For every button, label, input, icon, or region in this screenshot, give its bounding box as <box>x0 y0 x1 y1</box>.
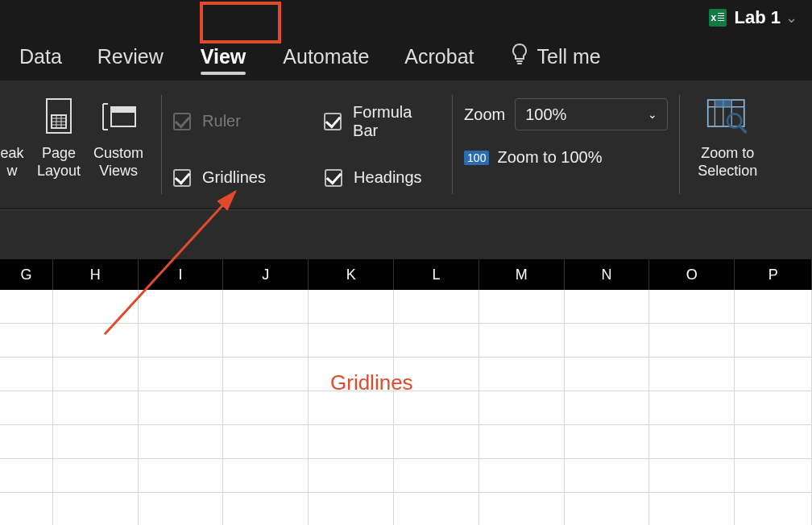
tab-tellme[interactable]: Tell me <box>492 35 619 81</box>
cell[interactable] <box>139 290 224 324</box>
cell[interactable] <box>735 391 812 425</box>
page-break-preview-button[interactable]: eak w <box>0 90 31 209</box>
cell[interactable] <box>649 425 735 459</box>
cell[interactable] <box>223 324 309 358</box>
spreadsheet-grid[interactable] <box>0 290 812 525</box>
cell[interactable] <box>0 324 53 358</box>
custom-views-button[interactable]: Custom Views <box>87 90 150 209</box>
cell[interactable] <box>735 358 812 391</box>
column-header-M[interactable]: M <box>479 259 565 290</box>
page-layout-button[interactable]: Page Layout <box>31 90 87 209</box>
column-header-J[interactable]: J <box>223 259 309 290</box>
column-header-K[interactable]: K <box>309 259 394 290</box>
column-header-H[interactable]: H <box>53 259 139 290</box>
cell[interactable] <box>479 324 565 358</box>
cell[interactable] <box>479 358 565 391</box>
doc-title[interactable]: Lab 1 <box>735 7 781 28</box>
headings-checkbox-row[interactable]: Headings <box>325 162 422 194</box>
cell[interactable] <box>309 459 394 493</box>
tab-acrobat[interactable]: Acrobat <box>387 37 491 80</box>
formula-bar-checkbox-row[interactable]: Formula Bar <box>324 105 441 138</box>
cell[interactable] <box>394 425 479 459</box>
cell[interactable] <box>565 425 650 459</box>
tab-review[interactable]: Review <box>80 37 181 80</box>
cell[interactable] <box>479 459 565 493</box>
cell[interactable] <box>53 290 139 324</box>
tab-automate[interactable]: Automate <box>265 37 387 80</box>
cell[interactable] <box>139 459 224 493</box>
cell[interactable] <box>53 425 139 459</box>
cell[interactable] <box>139 324 224 358</box>
gridlines-checkbox-row[interactable]: Gridlines <box>173 162 286 194</box>
cell[interactable] <box>223 425 309 459</box>
cell[interactable] <box>565 493 650 525</box>
cell[interactable] <box>139 493 224 525</box>
cell[interactable] <box>479 425 565 459</box>
cell[interactable] <box>565 324 650 358</box>
tab-view[interactable]: View <box>183 37 264 80</box>
cell[interactable] <box>394 493 479 525</box>
cell[interactable] <box>223 459 309 493</box>
cell[interactable] <box>53 358 139 391</box>
gridlines-checkbox[interactable] <box>173 169 191 187</box>
cell[interactable] <box>565 358 650 391</box>
cell[interactable] <box>565 459 650 493</box>
cell[interactable] <box>53 391 139 425</box>
cell[interactable] <box>309 324 394 358</box>
cell[interactable] <box>735 290 812 324</box>
chevron-down-icon[interactable]: ⌄ <box>785 9 798 27</box>
cell[interactable] <box>394 391 479 425</box>
cell[interactable] <box>565 391 650 425</box>
cell[interactable] <box>479 391 565 425</box>
cell[interactable] <box>649 459 735 493</box>
cell[interactable] <box>0 425 53 459</box>
cell[interactable] <box>735 324 812 358</box>
cell[interactable] <box>53 324 139 358</box>
cell[interactable] <box>0 493 53 525</box>
cell[interactable] <box>565 290 650 324</box>
cell[interactable] <box>649 358 735 391</box>
cell[interactable] <box>394 358 479 391</box>
cell[interactable] <box>53 493 139 525</box>
cell[interactable] <box>0 358 53 391</box>
cell[interactable] <box>223 358 309 391</box>
cell[interactable] <box>139 425 224 459</box>
zoom-select[interactable]: 100% ⌄ <box>515 98 668 130</box>
column-header-I[interactable]: I <box>139 259 224 290</box>
headings-checkbox[interactable] <box>325 169 342 187</box>
formula-bar-checkbox[interactable] <box>324 113 342 130</box>
cell[interactable] <box>0 391 53 425</box>
tab-data[interactable]: Data <box>2 37 80 80</box>
cell[interactable] <box>649 324 735 358</box>
cell[interactable] <box>649 391 735 425</box>
cell[interactable] <box>53 459 139 493</box>
cell[interactable] <box>479 290 565 324</box>
cell[interactable] <box>394 290 479 324</box>
cell[interactable] <box>735 493 812 525</box>
cell[interactable] <box>735 425 812 459</box>
cell[interactable] <box>309 358 394 391</box>
cell[interactable] <box>139 391 224 425</box>
cell[interactable] <box>649 493 735 525</box>
cell[interactable] <box>309 290 394 324</box>
zoom-to-100-button[interactable]: 100 Zoom to 100% <box>464 148 668 167</box>
zoom-to-selection-button[interactable]: Zoom to Selection <box>691 90 764 209</box>
cell[interactable] <box>0 459 53 493</box>
cell[interactable] <box>309 493 394 525</box>
column-header-N[interactable]: N <box>565 259 650 290</box>
column-header-P[interactable]: P <box>735 259 812 290</box>
cell[interactable] <box>223 391 309 425</box>
cell[interactable] <box>649 290 735 324</box>
column-header-G[interactable]: G <box>0 259 53 290</box>
cell[interactable] <box>479 493 565 525</box>
cell[interactable] <box>309 391 394 425</box>
column-header-L[interactable]: L <box>394 259 479 290</box>
cell[interactable] <box>735 459 812 493</box>
cell[interactable] <box>223 493 309 525</box>
cell[interactable] <box>139 358 224 391</box>
cell[interactable] <box>0 290 53 324</box>
column-header-O[interactable]: O <box>649 259 735 290</box>
cell[interactable] <box>394 459 479 493</box>
cell[interactable] <box>394 324 479 358</box>
cell[interactable] <box>223 290 309 324</box>
